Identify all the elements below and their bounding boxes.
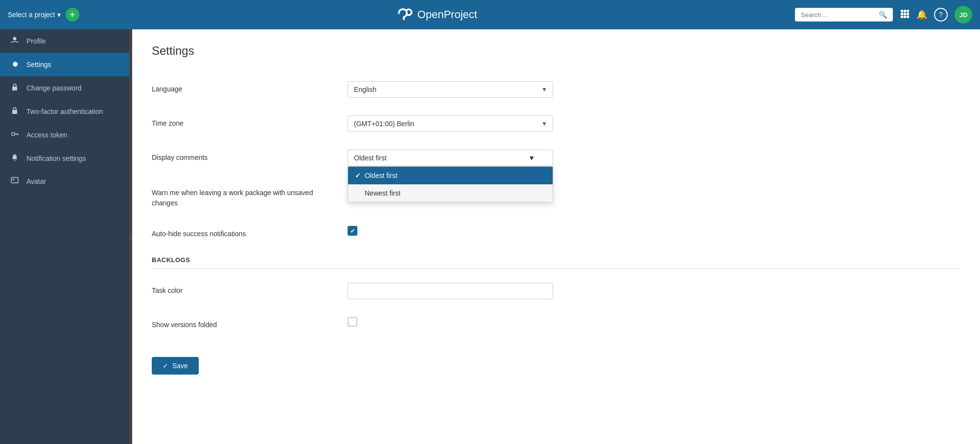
svg-rect-2 (907, 10, 909, 12)
autohide-label: Auto-hide success notifications (152, 226, 338, 238)
sidebar-resize-handle[interactable]: || (129, 29, 132, 444)
autohide-checkbox[interactable]: ✓ (348, 226, 357, 236)
sidebar-item-settings-label: Settings (26, 61, 51, 68)
show-versions-row: Show versions folded ✓ (152, 308, 960, 337)
warn-label: Warn me when leaving a work package with… (152, 184, 338, 208)
add-project-button[interactable]: + (66, 8, 79, 22)
timezone-select-wrapper: (GMT+01:00) Berlin (GMT+00:00) London (G… (348, 115, 553, 132)
avatar[interactable]: JD (955, 6, 972, 23)
autohide-control: ✓ (348, 226, 960, 236)
dropdown-option-newest-first[interactable]: Newest first (348, 184, 553, 202)
sidebar-item-two-factor-label: Two-factor authentication (26, 108, 103, 115)
svg-rect-7 (904, 16, 906, 18)
language-select[interactable]: English German French Spanish (348, 81, 553, 98)
nav-center: OpenProject (79, 6, 795, 23)
language-label: Language (152, 81, 338, 93)
logo: OpenProject (397, 6, 477, 23)
svg-rect-5 (907, 13, 909, 15)
select-project-arrow-icon: ▾ (57, 11, 61, 19)
svg-rect-11 (12, 110, 17, 114)
bell-icon[interactable]: 🔔 (916, 9, 927, 20)
display-comments-dropdown: Oldest first ▼ ✓ Oldest first Newest fir… (348, 150, 553, 166)
autohide-checkmark-icon: ✓ (350, 227, 355, 235)
show-versions-checkbox[interactable]: ✓ (348, 317, 357, 327)
sidebar-item-notification-settings[interactable]: Notification settings (0, 147, 132, 170)
sidebar-item-access-token[interactable]: Access token (0, 123, 132, 147)
svg-rect-16 (11, 178, 18, 183)
key-icon (10, 130, 20, 140)
search-box[interactable]: 🔍 (795, 8, 893, 22)
dropdown-option-oldest-first[interactable]: ✓ Oldest first (348, 167, 553, 184)
display-comments-menu: ✓ Oldest first Newest first (348, 166, 553, 202)
select-project-label: Select a project (8, 11, 55, 19)
display-comments-row: Display comments Oldest first ▼ ✓ Oldest… (152, 141, 960, 175)
display-comments-current-value: Oldest first (354, 154, 387, 162)
display-comments-control: Oldest first ▼ ✓ Oldest first Newest fir… (348, 150, 960, 166)
display-comments-dropdown-arrow-icon: ▼ (528, 154, 535, 162)
autohide-row: Auto-hide success notifications ✓ (152, 217, 960, 246)
svg-point-9 (13, 37, 17, 41)
settings-icon (10, 60, 20, 69)
language-row: Language English German French Spanish ▼ (152, 72, 960, 107)
show-versions-control: ✓ (348, 317, 960, 327)
modules-icon[interactable] (900, 9, 910, 21)
backlogs-section-header: BACKLOGS (152, 246, 960, 269)
svg-rect-0 (901, 10, 903, 12)
oldest-first-label: Oldest first (365, 172, 397, 179)
display-comments-trigger[interactable]: Oldest first ▼ (348, 150, 553, 166)
layout: Profile Settings Change password Two-fac… (0, 0, 980, 444)
sidebar-item-avatar-label: Avatar (26, 178, 46, 185)
task-color-input[interactable]: #EE6861 (348, 283, 553, 299)
two-factor-icon (10, 107, 20, 116)
top-navigation: Select a project ▾ + OpenProject 🔍 (0, 0, 980, 29)
select-project-button[interactable]: Select a project ▾ (8, 11, 61, 19)
svg-rect-10 (12, 87, 17, 90)
svg-rect-4 (904, 13, 906, 15)
page-title: Settings (152, 44, 960, 58)
timezone-control: (GMT+01:00) Berlin (GMT+00:00) London (G… (348, 115, 960, 132)
display-comments-label: Display comments (152, 150, 338, 161)
show-versions-label: Show versions folded (152, 317, 338, 329)
sidebar-item-change-password[interactable]: Change password (0, 76, 132, 100)
svg-rect-8 (907, 16, 909, 18)
notification-icon (10, 154, 20, 163)
language-select-wrapper: English German French Spanish ▼ (348, 81, 553, 98)
timezone-row: Time zone (GMT+01:00) Berlin (GMT+00:00)… (152, 107, 960, 141)
svg-rect-1 (904, 10, 906, 12)
task-color-label: Task color (152, 283, 338, 294)
newest-first-label: Newest first (355, 189, 400, 197)
search-input[interactable] (801, 11, 876, 19)
logo-icon (397, 6, 413, 23)
checkmark-icon: ✓ (355, 172, 361, 179)
language-control: English German French Spanish ▼ (348, 81, 960, 98)
avatar-icon (10, 177, 20, 186)
lock-icon (10, 83, 20, 93)
svg-rect-3 (901, 13, 903, 15)
timezone-select[interactable]: (GMT+01:00) Berlin (GMT+00:00) London (G… (348, 115, 553, 132)
backlogs-section: BACKLOGS Task color #EE6861 Show version… (152, 246, 960, 337)
sidebar-item-change-password-label: Change password (26, 84, 82, 92)
profile-icon (10, 36, 20, 46)
save-checkmark-icon: ✓ (163, 362, 168, 370)
task-color-control: #EE6861 (348, 283, 960, 299)
search-icon: 🔍 (879, 11, 887, 19)
sidebar-item-settings[interactable]: Settings (0, 53, 132, 76)
sidebar-item-profile-label: Profile (26, 37, 46, 45)
svg-rect-6 (901, 16, 903, 18)
sidebar-item-avatar[interactable]: Avatar (0, 170, 132, 193)
save-button-label: Save (172, 362, 188, 370)
logo-text: OpenProject (418, 8, 477, 21)
sidebar-item-profile[interactable]: Profile (0, 29, 132, 53)
sidebar: Profile Settings Change password Two-fac… (0, 29, 132, 444)
warn-row: Warn me when leaving a work package with… (152, 175, 960, 217)
help-icon[interactable]: ? (934, 8, 948, 22)
sidebar-item-notification-settings-label: Notification settings (26, 155, 86, 162)
main-content: Settings Language English German French … (132, 29, 980, 444)
save-button[interactable]: ✓ Save (152, 357, 199, 375)
svg-point-12 (12, 133, 15, 136)
task-color-row: Task color #EE6861 (152, 274, 960, 308)
timezone-label: Time zone (152, 115, 338, 127)
sidebar-item-two-factor[interactable]: Two-factor authentication (0, 100, 132, 123)
svg-rect-17 (13, 179, 14, 180)
nav-right: 🔍 🔔 ? JD (795, 6, 972, 23)
